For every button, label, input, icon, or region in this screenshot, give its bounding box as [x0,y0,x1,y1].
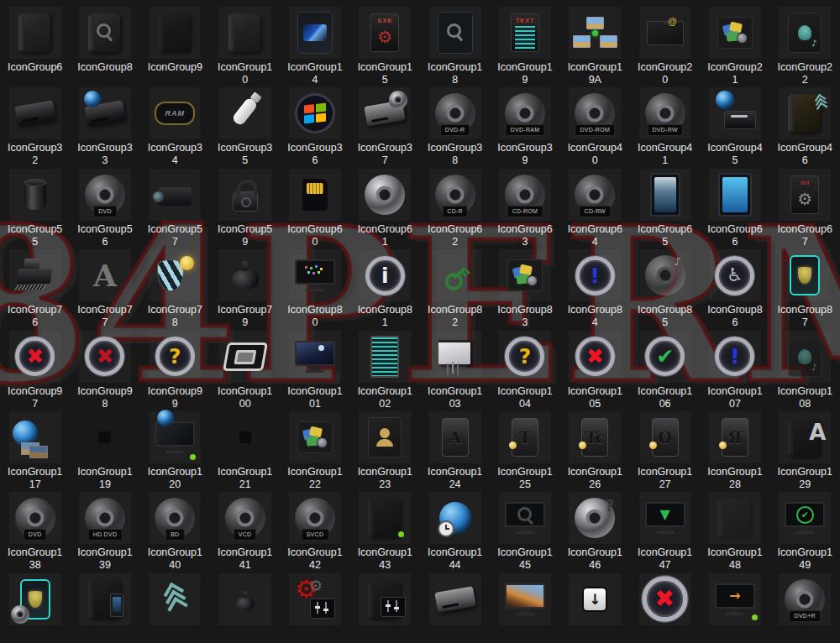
icon-item-icon-group-86[interactable]: ♿IconGroup86 [700,243,769,324]
icon-item-icon-group-102[interactable]: IconGroup102 [350,325,420,405]
icon-item-icon-group-22[interactable]: ♪IconGroup22 [770,1,840,81]
icon-item-unlabeled-9[interactable]: ↓ [560,567,630,643]
icon-item-icon-group-124[interactable]: AIconGroup124 [420,405,490,486]
icon-item-icon-group-140[interactable]: BDIconGroup140 [140,486,210,567]
icon-item-unlabeled-3[interactable] [140,567,210,643]
icon-item-icon-group-77[interactable]: AIconGroup77 [70,243,139,324]
icon-item-unlabeled-11[interactable]: → [700,567,769,643]
icon-item-unlabeled-12[interactable]: DVD+R [770,567,840,643]
icon-item-icon-group-84[interactable]: !IconGroup84 [560,243,630,324]
icon-item-icon-group-38[interactable]: DVD-RIconGroup38 [420,81,490,162]
icon-item-icon-group-55[interactable]: IconGroup55 [0,163,70,243]
icon-item-icon-group-104[interactable]: ?IconGroup104 [490,325,559,405]
icon-item-icon-group-56[interactable]: DVDIconGroup56 [70,163,139,243]
icon-item-icon-group-40[interactable]: DVD-ROMIconGroup40 [560,81,630,162]
icon-item-icon-group-21[interactable]: IconGroup21 [700,1,769,81]
icon-item-icon-group-80[interactable]: IconGroup80 [280,243,349,324]
icon-item-icon-group-19[interactable]: TEXTIconGroup19 [490,1,559,81]
icon-item-icon-group-35[interactable]: IconGroup35 [210,81,280,162]
icon-label: IconGroup102 [358,385,412,410]
icon-item-icon-group-128[interactable]: ЯIconGroup128 [700,405,769,486]
icon-item-icon-group-64[interactable]: CD-RWIconGroup64 [560,163,630,243]
icon-item-icon-group-81[interactable]: iIconGroup81 [350,243,420,324]
icon-item-icon-group-145[interactable]: IconGroup145 [490,486,559,567]
icon-label-line: IconGroup6 [568,223,622,236]
icon-label-line: IconGroup8 [428,304,482,316]
icon-item-icon-group-146[interactable]: ?IconGroup146 [560,486,630,567]
icon-item-icon-group-148[interactable]: IconGroup148 [700,486,769,567]
icon-item-icon-group-147[interactable]: ▼IconGroup147 [630,486,700,567]
icon-item-icon-group-46[interactable]: IconGroup46 [770,81,840,162]
icon-item-icon-group-8[interactable]: IconGroup8 [70,1,139,81]
icon-item-icon-group-138[interactable]: DVDIconGroup138 [0,486,70,567]
icon-item-unlabeled-7[interactable] [420,567,490,643]
icon-item-icon-group-121[interactable]: IconGroup121 [210,405,280,486]
icon-item-icon-group-41[interactable]: DVD-RWIconGroup41 [630,81,700,162]
icon-item-icon-group-61[interactable]: IconGroup61 [350,163,420,243]
icon-item-icon-group-125[interactable]: TIconGroup125 [490,405,559,486]
icon-item-icon-group-76[interactable]: IconGroup76 [0,243,70,324]
icon-item-unlabeled-8[interactable] [490,567,559,643]
icon-item-icon-group-107[interactable]: !IconGroup107 [700,325,769,405]
icon-item-icon-group-143[interactable]: IconGroup143 [350,486,420,567]
icon-item-icon-group-127[interactable]: OIconGroup127 [630,405,700,486]
icon-item-icon-group-120[interactable]: IconGroup120 [140,405,210,486]
icon-item-icon-group-103[interactable]: IconGroup103 [420,325,490,405]
icon-item-icon-group-66[interactable]: IconGroup66 [700,163,769,243]
icon-item-icon-group-126[interactable]: TcIconGroup126 [560,405,630,486]
icon-item-icon-group-106[interactable]: ✔IconGroup106 [630,325,700,405]
icon-item-icon-group-57[interactable]: IconGroup57 [140,163,210,243]
icon-label: IconGroup64 [568,223,622,248]
icon-item-icon-group-123[interactable]: IconGroup123 [350,405,420,486]
icon-item-icon-group-119[interactable]: IconGroup119 [70,405,139,486]
icon-item-icon-group-10[interactable]: IconGroup10 [210,1,280,81]
icon-item-icon-group-65[interactable]: IconGroup65 [630,163,700,243]
icon-item-icon-group-83[interactable]: IconGroup83 [490,243,559,324]
icon-item-icon-group-82[interactable]: IconGroup82 [420,243,490,324]
icon-item-icon-group-99[interactable]: ?IconGroup99 [140,325,210,405]
icon-item-icon-group-149[interactable]: ✔IconGroup149 [770,486,840,567]
icon-item-icon-group-144[interactable]: IconGroup144 [420,486,490,567]
icon-item-icon-group-79[interactable]: IconGroup79 [210,243,280,324]
icon-item-icon-group-129[interactable]: AIconGroup129 [770,405,840,486]
icon-item-icon-group-142[interactable]: SVCDIconGroup142 [280,486,349,567]
icon-item-icon-group-101[interactable]: IconGroup101 [280,325,349,405]
icon-item-icon-group-14[interactable]: IconGroup14 [280,1,349,81]
icon-item-icon-group-36[interactable]: IconGroup36 [280,81,349,162]
icon-item-icon-group-62[interactable]: CD-RIconGroup62 [420,163,490,243]
icon-item-icon-group-139[interactable]: HD DVDIconGroup139 [70,486,139,567]
icon-item-icon-group-108[interactable]: ♪IconGroup108 [770,325,840,405]
icon-item-icon-group-100[interactable]: IconGroup100 [210,325,280,405]
icon-item-icon-group-9[interactable]: IconGroup9 [140,1,210,81]
icon-item-unlabeled-10[interactable]: ✖ [630,567,700,643]
icon-item-unlabeled-1[interactable] [0,567,70,643]
icon-item-icon-group-19a[interactable]: IconGroup19A [560,1,630,81]
icon-item-unlabeled-5[interactable]: ⚙⚙ [280,567,349,643]
icon-item-icon-group-85[interactable]: ♪IconGroup85 [630,243,700,324]
icon-item-icon-group-18[interactable]: IconGroup18 [420,1,490,81]
icon-item-icon-group-32[interactable]: IconGroup32 [0,81,70,162]
icon-item-icon-group-78[interactable]: IconGroup78 [140,243,210,324]
icon-item-icon-group-37[interactable]: IconGroup37 [350,81,420,162]
icon-item-icon-group-97[interactable]: ✖IconGroup97 [0,325,70,405]
icon-item-unlabeled-6[interactable] [350,567,420,643]
icon-item-icon-group-6[interactable]: IconGroup6 [0,1,70,81]
icon-item-icon-group-45[interactable]: IconGroup45 [700,81,769,162]
icon-item-icon-group-33[interactable]: IconGroup33 [70,81,139,162]
icon-item-icon-group-105[interactable]: ✖IconGroup105 [560,325,630,405]
icon-item-icon-group-141[interactable]: VCDIconGroup141 [210,486,280,567]
icon-item-icon-group-67[interactable]: dll⚙IconGroup67 [770,163,840,243]
icon-item-icon-group-59[interactable]: IconGroup59 [210,163,280,243]
icon-item-unlabeled-4[interactable] [210,567,280,643]
icon-item-icon-group-15[interactable]: EXE⚙IconGroup15 [350,1,420,81]
icon-item-icon-group-34[interactable]: RAMIconGroup34 [140,81,210,162]
icon-item-icon-group-98[interactable]: ✖IconGroup98 [70,325,139,405]
icon-item-icon-group-122[interactable]: IconGroup122 [280,405,349,486]
icon-item-icon-group-63[interactable]: CD-ROMIconGroup63 [490,163,559,243]
icon-item-icon-group-20[interactable]: @IconGroup20 [630,1,700,81]
icon-item-icon-group-87[interactable]: IconGroup87 [770,243,840,324]
icon-item-icon-group-39[interactable]: DVD-RAMIconGroup39 [490,81,559,162]
icon-item-icon-group-117[interactable]: IconGroup117 [0,405,70,486]
icon-item-icon-group-60[interactable]: IconGroup60 [280,163,349,243]
icon-item-unlabeled-2[interactable] [70,567,139,643]
